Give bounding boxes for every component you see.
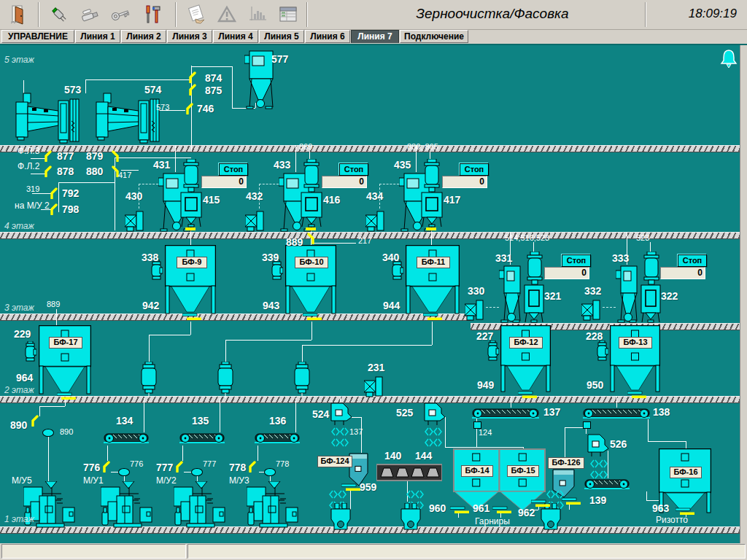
feeder-525[interactable] [422,402,446,426]
valve[interactable] [188,84,197,96]
tab-line-5[interactable]: Линия 5 [259,30,304,43]
slide-gate[interactable] [182,313,201,322]
conveyor-136[interactable] [255,432,300,446]
report-button[interactable] [181,2,212,27]
conveyor-138[interactable] [583,408,650,421]
valve[interactable] [44,150,53,162]
tab-line-4[interactable]: Линия 4 [213,30,258,43]
weigher-321[interactable] [523,252,545,323]
slide-gate[interactable] [562,497,581,506]
feeder-526[interactable] [586,434,609,457]
conveyor-139[interactable] [584,478,630,491]
cyclone-331[interactable] [499,265,521,323]
rotary-feeder-1[interactable] [140,362,158,398]
valve[interactable] [185,103,194,114]
slide-gate[interactable] [492,506,511,515]
fan-432[interactable] [245,209,266,232]
cyclone-577[interactable] [244,50,274,109]
weigher-415[interactable] [179,159,203,228]
weigher-416[interactable] [300,159,323,228]
fan-430[interactable] [125,209,145,232]
stop-button[interactable]: Стоп [678,254,707,267]
valve[interactable] [31,415,39,427]
setup-button[interactable] [137,2,168,27]
vibro-feeder-140-144[interactable] [376,464,442,481]
packing-machine-МУ2[interactable] [174,481,226,529]
slide-gate[interactable] [341,483,360,492]
slide-gate[interactable] [518,391,537,400]
valve[interactable] [50,203,58,215]
bunker-filter-БФ-9[interactable] [165,245,216,314]
brush-forks[interactable] [422,427,442,448]
stop-button[interactable]: Стоп [562,254,591,267]
tab-line-7[interactable]: Линия 7 [351,30,399,43]
brush-forks[interactable] [588,459,608,480]
tab-line-6[interactable]: Линия 6 [305,30,350,43]
junction-box [583,421,591,429]
cyclone-333[interactable] [616,265,638,323]
bunker-filter-БФ-12[interactable] [500,325,551,392]
tab-connection[interactable]: Подключение [400,30,468,43]
tab-line-1[interactable]: Линия 1 [75,30,120,43]
gate-marker[interactable] [306,228,316,230]
conveyor-135[interactable] [179,432,225,446]
conveyor-134[interactable] [104,432,149,446]
fan-332[interactable] [581,298,602,321]
alarm-bell-icon[interactable] [719,48,738,69]
rotary-feeder-3[interactable] [293,362,311,398]
weigher-417[interactable] [420,159,444,228]
valve[interactable] [306,233,315,244]
valve[interactable] [102,461,111,472]
gate-marker[interactable] [185,228,196,230]
exit-button[interactable] [4,2,35,27]
valve[interactable] [248,461,257,472]
fan-434[interactable] [365,209,386,232]
agitator-motor[interactable] [596,341,608,362]
trends-button[interactable] [242,2,273,27]
tab-control[interactable]: УПРАВЛЕНИЕ [1,30,74,43]
duct-line [486,307,499,308]
slide-gate[interactable] [450,506,469,515]
conveyor-137[interactable] [472,408,539,421]
valve[interactable] [50,187,58,199]
weigher-322[interactable] [640,252,662,323]
sifter-573[interactable] [15,92,80,146]
alarms-button[interactable] [212,2,242,27]
bunker-filter-БФ-13[interactable] [610,325,660,392]
bunker-filter-БФ-17[interactable] [39,325,91,394]
agitator-motor[interactable] [24,341,36,363]
access-button[interactable] [105,2,136,27]
agitator-motor[interactable] [487,341,499,362]
connect-button[interactable] [44,2,74,27]
packer-small[interactable] [400,503,422,532]
valve[interactable] [44,166,53,177]
bunker-filter-БФ-10[interactable] [285,245,336,314]
sifter-574[interactable] [95,92,160,146]
packer-small[interactable] [330,503,352,532]
journal-button[interactable] [273,2,303,27]
valve[interactable] [111,150,120,162]
pipe-line [648,441,686,442]
fan-231[interactable] [364,374,384,397]
slide-gate[interactable] [627,391,646,400]
slide-gate[interactable] [303,313,322,322]
packing-machine-МУ1[interactable] [101,481,153,529]
slide-gate[interactable] [423,313,442,322]
gate-marker[interactable] [426,228,436,230]
stop-button[interactable]: Стоп [339,163,368,176]
packing-machine-МУ3[interactable] [247,481,299,529]
brush-forks[interactable] [329,427,349,448]
fan-330[interactable] [465,298,485,321]
valve[interactable] [175,461,184,472]
stop-button[interactable]: Стоп [460,163,489,176]
tab-line-2[interactable]: Линия 2 [121,30,166,43]
serial-button[interactable] [74,2,105,27]
valve[interactable] [188,71,197,83]
label-319: 319 [26,185,39,194]
slide-gate[interactable] [57,392,76,401]
rotary-feeder-2[interactable] [217,362,234,398]
tab-line-3[interactable]: Линия 3 [167,30,212,43]
bunker-filter-БФ-11[interactable] [406,245,460,314]
feeder-524[interactable] [329,402,352,426]
stop-button[interactable]: Стоп [219,163,248,176]
